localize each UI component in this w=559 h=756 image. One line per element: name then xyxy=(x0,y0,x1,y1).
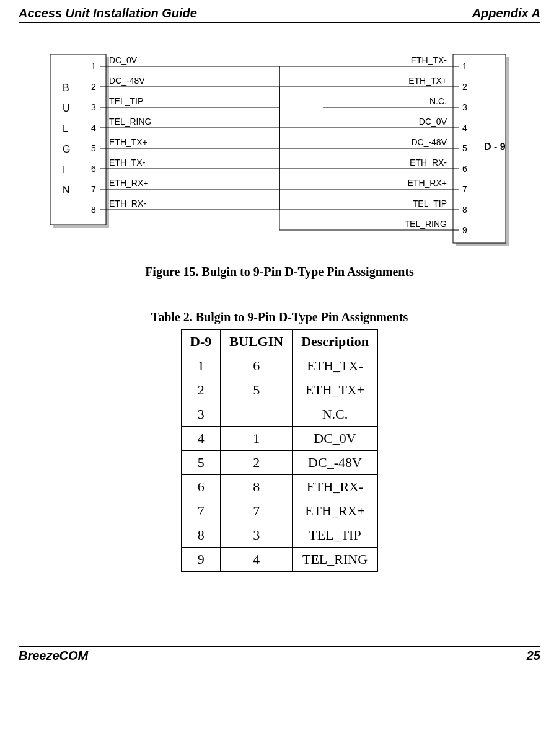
table-cell: DC_-48V xyxy=(293,451,378,475)
table-cell: ETH_RX- xyxy=(293,475,378,499)
col-header-d9: D-9 xyxy=(182,330,221,354)
right-pin-number: 7 xyxy=(462,184,467,194)
right-pin-label: TEL_TIP xyxy=(413,198,447,208)
table-cell xyxy=(221,402,293,427)
left-pin-label: ETH_RX- xyxy=(109,198,146,208)
table-cell: 2 xyxy=(182,378,221,402)
pin-assignment-table: D-9 BULGIN Description 16ETH_TX-25ETH_TX… xyxy=(181,329,378,572)
table-cell: ETH_TX+ xyxy=(293,378,378,402)
table-cell: 2 xyxy=(221,451,293,475)
table-caption: Table 2. Bulgin to 9-Pin D-Type Pin Assi… xyxy=(19,310,540,324)
table-cell: TEL_TIP xyxy=(293,523,378,548)
table-header-row: D-9 BULGIN Description xyxy=(182,330,378,354)
left-box-label: L xyxy=(63,123,68,134)
table-row: 83TEL_TIP xyxy=(182,523,378,548)
left-pin-number: 7 xyxy=(91,184,96,194)
right-pin-label: ETH_TX- xyxy=(411,55,447,65)
right-box-label: D - 9 xyxy=(484,141,506,152)
header-left: Access Unit Installation Guide xyxy=(19,6,197,20)
table-cell: 4 xyxy=(221,548,293,572)
right-pin-label: N.C. xyxy=(429,96,447,106)
table-row: 25ETH_TX+ xyxy=(182,378,378,402)
table-cell: 1 xyxy=(182,354,221,378)
left-box-label: B xyxy=(63,82,69,93)
col-header-bulgin: BULGIN xyxy=(221,330,293,354)
left-pin-label: DC_0V xyxy=(109,55,138,65)
table-row: 3N.C. xyxy=(182,402,378,427)
table-row: 16ETH_TX- xyxy=(182,354,378,378)
right-pin-number: 8 xyxy=(462,205,467,215)
table-cell: 3 xyxy=(182,402,221,427)
page-header: Access Unit Installation Guide Appendix … xyxy=(19,6,540,23)
right-pin-label: DC_-48V xyxy=(411,137,447,147)
table-cell: 8 xyxy=(182,523,221,548)
right-pin-number: 6 xyxy=(462,164,467,174)
left-box xyxy=(50,54,106,225)
table-row: 94TEL_RING xyxy=(182,548,378,572)
right-pin-label: TEL_RING xyxy=(405,219,447,229)
left-pin-label: DC_-48V xyxy=(109,76,145,86)
table-row: 52DC_-48V xyxy=(182,451,378,475)
right-pin-number: 4 xyxy=(462,123,467,133)
pin-diagram: BULGIN1DC_0V2DC_-48V3TEL_TIP4TEL_RING5ET… xyxy=(19,54,540,252)
table-cell: 7 xyxy=(182,499,221,523)
table-cell: 1 xyxy=(221,427,293,451)
table-row: 77ETH_RX+ xyxy=(182,499,378,523)
left-box-label: N xyxy=(63,185,70,195)
left-box-label: G xyxy=(63,144,70,154)
left-pin-number: 8 xyxy=(91,205,96,215)
left-pin-number: 2 xyxy=(91,82,96,92)
right-pin-label: DC_0V xyxy=(419,117,447,127)
table-cell: 5 xyxy=(182,451,221,475)
table-cell: 5 xyxy=(221,378,293,402)
left-pin-number: 3 xyxy=(91,102,96,112)
left-pin-label: TEL_TIP xyxy=(109,96,143,106)
left-pin-number: 1 xyxy=(91,61,96,71)
cross-wire xyxy=(236,66,323,169)
table-cell: 9 xyxy=(182,548,221,572)
right-pin-number: 9 xyxy=(462,225,467,235)
right-pin-number: 5 xyxy=(462,143,467,153)
left-pin-label: ETH_TX+ xyxy=(109,137,147,147)
table-cell: 7 xyxy=(221,499,293,523)
footer-right: 25 xyxy=(527,649,540,663)
table-cell: ETH_RX+ xyxy=(293,499,378,523)
left-box-label: U xyxy=(63,103,70,113)
table-cell: TEL_RING xyxy=(293,548,378,572)
right-pin-number: 1 xyxy=(462,61,467,71)
table-cell: 8 xyxy=(221,475,293,499)
right-pin-number: 3 xyxy=(462,102,467,112)
header-right: Appendix A xyxy=(472,6,540,20)
col-header-description: Description xyxy=(293,330,378,354)
table-cell: DC_0V xyxy=(293,427,378,451)
table-cell: 6 xyxy=(221,354,293,378)
footer-left: BreezeCOM xyxy=(19,649,88,663)
left-pin-label: ETH_TX- xyxy=(109,158,146,167)
pin-diagram-svg: BULGIN1DC_0V2DC_-48V3TEL_TIP4TEL_RING5ET… xyxy=(50,54,509,252)
table-row: 68ETH_RX- xyxy=(182,475,378,499)
left-pin-number: 5 xyxy=(91,143,96,153)
table-row: 41DC_0V xyxy=(182,427,378,451)
right-pin-label: ETH_RX+ xyxy=(408,178,447,188)
right-pin-label: ETH_RX- xyxy=(410,158,447,167)
left-pin-label: ETH_RX+ xyxy=(109,178,148,188)
left-pin-number: 4 xyxy=(91,123,96,133)
table-cell: ETH_TX- xyxy=(293,354,378,378)
table-cell: 6 xyxy=(182,475,221,499)
page-footer: BreezeCOM 25 xyxy=(19,646,540,663)
left-box-label: I xyxy=(63,164,65,175)
table-cell: 4 xyxy=(182,427,221,451)
right-pin-number: 2 xyxy=(462,82,467,92)
table-cell: N.C. xyxy=(293,402,378,427)
figure-caption: Figure 15. Bulgin to 9-Pin D-Type Pin As… xyxy=(19,265,540,279)
right-pin-label: ETH_TX+ xyxy=(408,76,447,86)
left-pin-label: TEL_RING xyxy=(109,117,151,127)
table-cell: 3 xyxy=(221,523,293,548)
left-pin-number: 6 xyxy=(91,164,96,174)
